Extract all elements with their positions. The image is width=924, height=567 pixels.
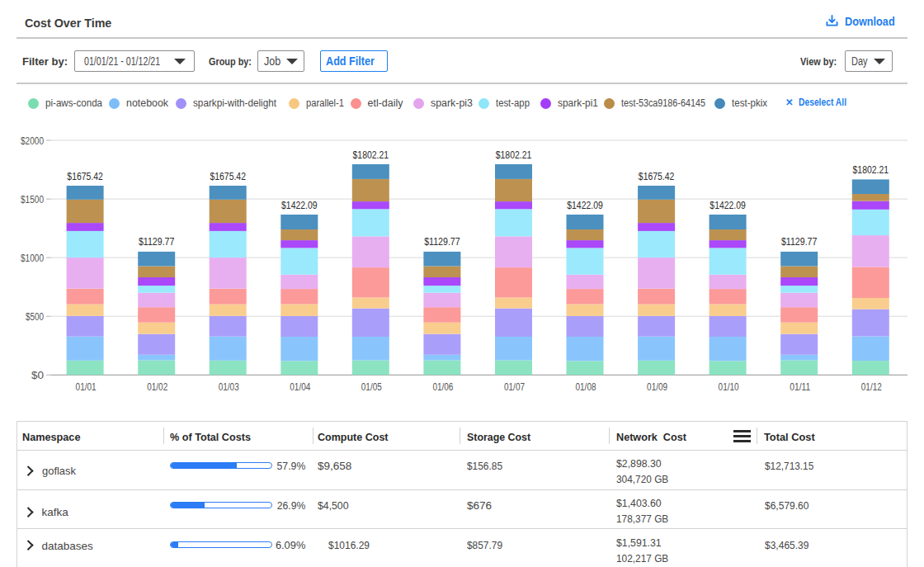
svg-text:$500: $500 [26, 311, 44, 323]
svg-text:$1675.42: $1675.42 [639, 170, 675, 182]
svg-text:$1422.09: $1422.09 [567, 199, 603, 211]
svg-text:01/04: 01/04 [290, 381, 310, 393]
svg-text:01/06: 01/06 [432, 381, 453, 393]
svg-text:$1675.42: $1675.42 [210, 170, 246, 182]
svg-text:$1675.42: $1675.42 [67, 170, 103, 182]
svg-text:$1000: $1000 [21, 253, 44, 264]
svg-text:$2000: $2000 [21, 135, 44, 147]
svg-text:$1802.21: $1802.21 [353, 149, 389, 161]
svg-text:01/09: 01/09 [647, 381, 667, 393]
svg-text:$1129.77: $1129.77 [781, 235, 818, 248]
svg-text:$1802.21: $1802.21 [853, 163, 889, 176]
svg-text:$1500: $1500 [21, 194, 44, 206]
svg-text:$1802.21: $1802.21 [496, 149, 532, 161]
svg-text:01/03: 01/03 [219, 381, 239, 393]
svg-text:01/08: 01/08 [576, 381, 596, 393]
svg-text:$0: $0 [31, 370, 44, 381]
svg-text:$1422.09: $1422.09 [710, 199, 746, 211]
svg-text:$1129.77: $1129.77 [424, 235, 460, 248]
svg-text:$1422.09: $1422.09 [281, 199, 318, 211]
svg-text:01/02: 01/02 [147, 381, 167, 393]
svg-text:01/12: 01/12 [861, 381, 882, 393]
svg-text:01/11: 01/11 [790, 381, 810, 393]
svg-text:01/07: 01/07 [504, 381, 525, 393]
svg-text:01/05: 01/05 [361, 381, 382, 393]
svg-text:01/10: 01/10 [719, 381, 739, 393]
svg-text:$1129.77: $1129.77 [139, 235, 175, 248]
svg-text:01/01: 01/01 [76, 381, 97, 393]
